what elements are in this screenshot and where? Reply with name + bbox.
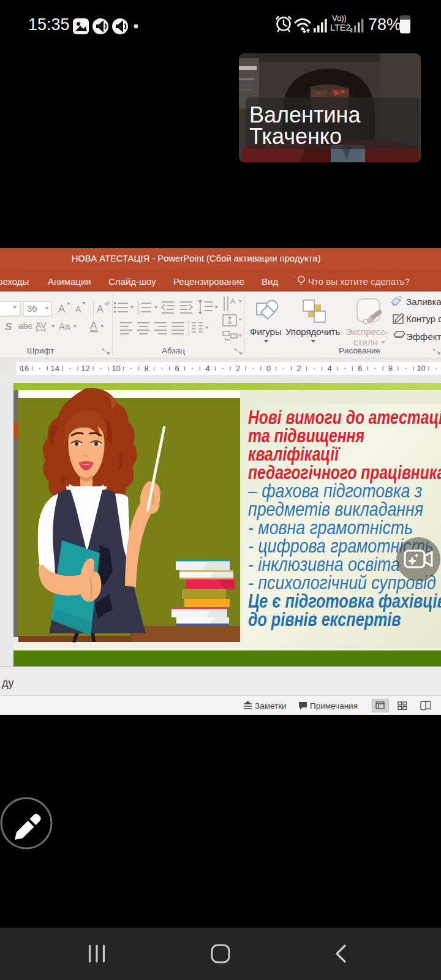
svg-text:8: 8 xyxy=(145,364,149,373)
svg-text:8: 8 xyxy=(388,364,393,373)
svg-text:2: 2 xyxy=(297,364,301,373)
svg-text:10: 10 xyxy=(417,364,425,373)
svg-text:Шрифт: Шрифт xyxy=(27,346,54,355)
svg-text:Абзац: Абзац xyxy=(162,346,185,355)
svg-text:0: 0 xyxy=(266,364,271,373)
svg-text:Аа: Аа xyxy=(59,321,70,331)
svg-text:AV: AV xyxy=(36,320,47,330)
svg-text:А: А xyxy=(230,297,235,306)
svg-text:6: 6 xyxy=(175,364,179,373)
svg-text:Примечания: Примечания xyxy=(310,701,358,710)
svg-text:Заметки: Заметки xyxy=(255,701,287,710)
svg-text:А: А xyxy=(97,304,104,314)
svg-text:Рисование: Рисование xyxy=(339,346,380,355)
svg-text:16: 16 xyxy=(20,364,29,373)
svg-text:1: 1 xyxy=(137,301,140,306)
svg-text:Экспресс-: Экспресс- xyxy=(345,326,388,337)
svg-text:14: 14 xyxy=(51,364,59,373)
svg-text:Заливка: Заливка xyxy=(406,296,441,307)
svg-text:А: А xyxy=(58,303,66,315)
svg-text:Эффекты: Эффекты xyxy=(406,331,441,342)
svg-text:LTE2: LTE2 xyxy=(330,23,351,32)
svg-text:А: А xyxy=(75,304,81,314)
svg-text:Фигуры: Фигуры xyxy=(250,326,282,337)
svg-text:2: 2 xyxy=(137,306,140,310)
svg-text:10: 10 xyxy=(111,364,120,373)
svg-text:Контур ф: Контур ф xyxy=(406,314,441,324)
svg-text:4: 4 xyxy=(327,364,331,373)
svg-text:S: S xyxy=(5,321,12,333)
svg-text:Vo)): Vo)) xyxy=(332,13,347,23)
svg-text:2: 2 xyxy=(236,364,240,373)
svg-text:4: 4 xyxy=(205,364,209,373)
svg-text:12: 12 xyxy=(81,364,89,373)
svg-text:Упорядочить: Упорядочить xyxy=(285,326,340,337)
svg-text:3: 3 xyxy=(137,310,140,314)
svg-text:6: 6 xyxy=(358,364,362,373)
svg-text:abc: abc xyxy=(18,321,32,331)
svg-text:36: 36 xyxy=(27,303,37,314)
svg-text:А: А xyxy=(90,320,97,331)
